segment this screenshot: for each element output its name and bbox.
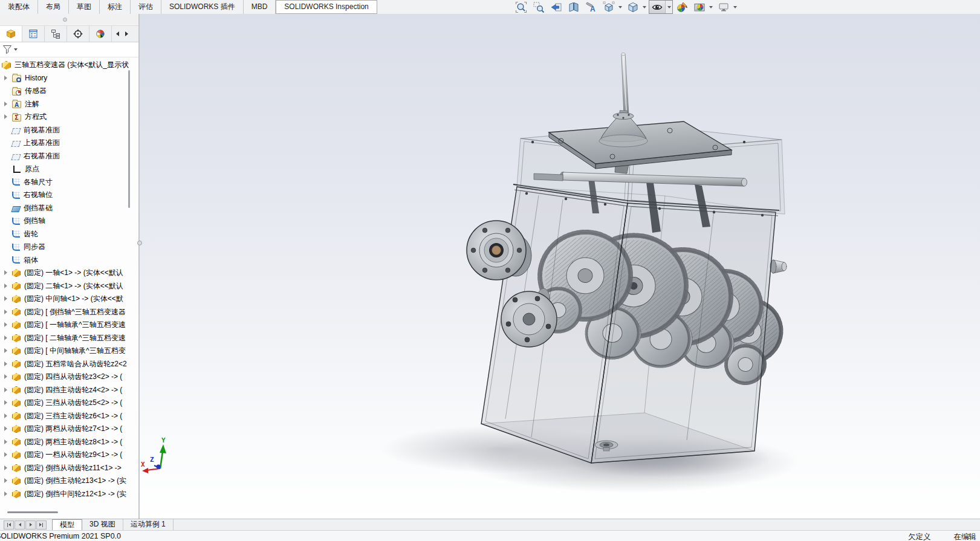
previous-sheet-button[interactable] [15,520,25,530]
tree-item[interactable]: (固定) [ 一轴轴承^三轴五档变速 [0,319,138,332]
hide-show-items-dropdown[interactable] [665,1,672,13]
tab-solidworks-addins[interactable]: SOLIDWORKS 插件 [161,0,244,14]
expand-arrow-icon[interactable] [3,205,10,212]
tree-item[interactable]: (固定) 倒挡中间轮z12<1> -> (实 [0,488,138,501]
tab-propertymanager[interactable] [22,26,45,42]
tree-item[interactable]: 注解 [0,98,138,111]
tab-displaymanager[interactable] [89,26,112,42]
expand-arrow-icon[interactable] [3,244,10,250]
expand-arrow-icon[interactable] [3,127,10,134]
tree-item[interactable]: 倒挡基础 [0,202,138,215]
tree-item[interactable]: (固定) 倒挡从动齿轮z11<1> -> [0,462,138,475]
expand-arrow-icon[interactable] [3,478,10,484]
expand-arrow-icon[interactable] [3,491,10,497]
tree-item[interactable]: (固定) [ 倒挡轴^三轴五档变速器 [0,306,138,319]
tree-item[interactable]: 原点 [0,163,138,176]
tree-item[interactable]: (固定) 三挡主动齿轮z6<1> -> ( [0,410,138,423]
view-orientation-dropdown[interactable] [617,1,623,13]
filter-funnel-icon[interactable] [2,44,13,55]
expand-arrow-icon[interactable] [3,465,10,471]
tree-horizontal-scrollbar[interactable] [7,511,58,513]
previous-view-button[interactable] [548,1,564,13]
tab-layout[interactable]: 布局 [38,0,69,14]
filter-dropdown-caret[interactable] [14,48,18,51]
expand-arrow-icon[interactable] [3,283,10,290]
apply-scene-button[interactable] [692,1,707,13]
zoom-to-fit-button[interactable] [513,1,529,13]
sheet-tab-3d-views[interactable]: 3D 视图 [82,519,123,530]
zoom-to-area-button[interactable] [531,1,547,13]
tree-item[interactable]: 右视基准面 [0,150,138,163]
tree-item[interactable]: (固定) 四挡主动齿轮z4<2> -> ( [0,384,138,397]
tree-item[interactable]: 倒挡轴 [0,215,138,228]
tab-configurationmanager[interactable] [45,26,67,42]
section-view-button[interactable] [566,1,582,13]
view-settings-dropdown[interactable] [732,1,738,13]
expand-arrow-icon[interactable] [3,140,10,146]
gearbox-model[interactable] [467,53,787,463]
tab-assembly[interactable]: 装配体 [0,0,38,14]
tab-markup[interactable]: 标注 [100,0,131,14]
tree-item[interactable]: 传感器 [0,85,138,98]
tab-scroll-right-button[interactable] [122,26,131,42]
expand-arrow-icon[interactable] [3,270,10,276]
expand-arrow-icon[interactable] [3,296,10,302]
apply-scene-dropdown[interactable] [707,1,714,13]
expand-arrow-icon[interactable] [3,88,10,94]
tree-item[interactable]: (固定) 两档从动齿轮z7<1> -> ( [0,423,138,436]
panel-splitter-handle[interactable] [137,241,142,245]
tree-item[interactable]: (固定) [ 中间轴轴承^三轴五档变 [0,345,138,358]
tree-item[interactable]: (固定) 五档常啮合从动齿轮z2<2 [0,358,138,371]
tree-item[interactable]: 同步器 [0,241,138,254]
graphics-area[interactable]: X Y Z [140,14,980,519]
expand-arrow-icon[interactable] [3,361,10,368]
tree-item[interactable]: 三轴五档变速器 (实体<默认_显示状 [0,59,138,72]
expand-arrow-icon[interactable] [3,452,10,458]
expand-arrow-icon[interactable] [3,426,10,432]
dynamic-annotation-views-button[interactable]: A [583,1,599,13]
view-orientation-button[interactable] [601,1,617,13]
tab-scroll-left-button[interactable] [113,26,122,42]
display-style-button[interactable] [625,1,641,13]
sheet-tab-model[interactable]: 模型 [52,519,82,531]
last-sheet-button[interactable] [36,520,47,530]
expand-arrow-icon[interactable] [3,309,10,316]
tree-item[interactable]: 上视基准面 [0,137,138,150]
expand-arrow-icon[interactable] [3,374,10,380]
expand-arrow-icon[interactable] [3,179,10,186]
expand-arrow-icon[interactable] [3,75,10,82]
tree-item[interactable]: (固定) 一档从动齿轮z9<1> -> ( [0,449,138,462]
tree-item[interactable]: (固定) 四挡从动齿轮z3<2> -> ( [0,371,138,384]
tree-vertical-scrollbar[interactable] [128,70,130,208]
hide-show-items-button[interactable] [649,1,665,13]
expand-arrow-icon[interactable] [3,114,10,120]
expand-arrow-icon[interactable] [3,400,10,406]
expand-arrow-icon[interactable] [3,218,10,224]
tree-item[interactable]: (固定) 一轴<1> -> (实体<<默认 [0,267,138,280]
expand-arrow-icon[interactable] [3,322,10,328]
first-sheet-button[interactable] [4,520,14,530]
expand-arrow-icon[interactable] [3,348,10,354]
expand-arrow-icon[interactable] [3,335,10,342]
tree-item[interactable]: (固定) 三挡从动齿轮z5<2> -> ( [0,397,138,410]
tree-item[interactable]: 右视轴位 [0,189,138,202]
tree-item[interactable]: (固定) 倒挡主动轮z13<1> -> (实 [0,475,138,488]
sheet-tab-motion-study[interactable]: 运动算例 1 [123,519,174,530]
tree-item[interactable]: 齿轮 [0,228,138,241]
commandmanager-collapse-handle[interactable] [63,18,67,22]
expand-arrow-icon[interactable] [3,413,10,420]
tab-solidworks-inspection[interactable]: SOLIDWORKS Inspection [276,0,377,14]
tree-item[interactable]: 前视基准面 [0,124,138,137]
tab-evaluate[interactable]: 评估 [131,0,161,14]
tree-item[interactable]: (固定) 两档主动齿轮z8<1> -> ( [0,436,138,449]
tree-item[interactable]: History [0,72,138,85]
edit-appearance-button[interactable] [674,1,690,13]
display-style-dropdown[interactable] [641,1,647,13]
expand-arrow-icon[interactable] [3,387,10,394]
tree-item[interactable]: 方程式 [0,111,138,124]
expand-arrow-icon[interactable] [3,101,10,108]
tab-dimxpertmanager[interactable] [67,26,89,42]
tree-item[interactable]: (固定) 中间轴<1> -> (实体<<默 [0,293,138,306]
tree-item[interactable]: (固定) 二轴<1> -> (实体<<默认 [0,280,138,293]
expand-arrow-icon[interactable] [3,166,10,172]
